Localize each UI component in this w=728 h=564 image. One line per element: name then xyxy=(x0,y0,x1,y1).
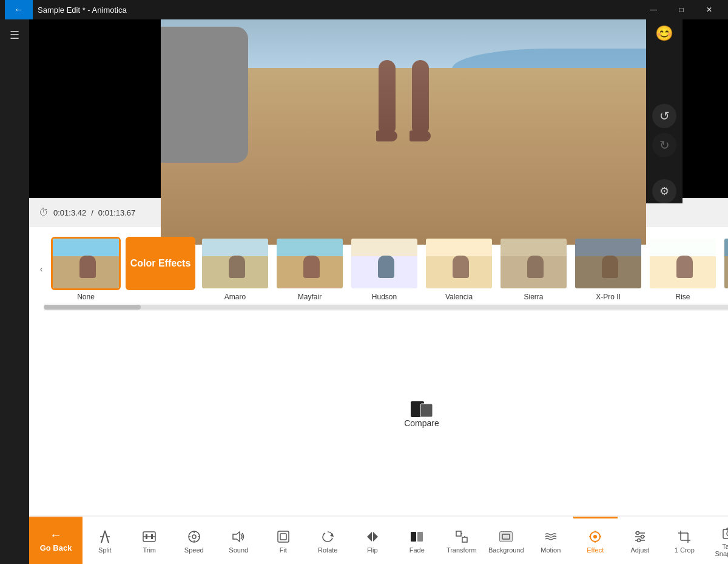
effect-label-hudson: Hudson xyxy=(372,293,397,301)
toolbar-item-snapshot[interactable]: Take Snapshot xyxy=(707,517,728,564)
effect-item-none[interactable]: None xyxy=(51,237,121,301)
effect-item-lofi[interactable]: Lo-Fi xyxy=(723,237,728,301)
beach-thumb-mayfair xyxy=(277,239,343,288)
redo-button[interactable]: ↻ xyxy=(652,133,676,157)
toolbar-item-rotate[interactable]: Rotate xyxy=(306,517,351,564)
beach-thumb-valencia xyxy=(426,239,492,288)
toolbar-item-transform[interactable]: Transform xyxy=(439,517,484,564)
title-bar: ← Sample Edit * - Animotica — □ ✕ xyxy=(0,0,728,19)
clock-icon: ⏱ xyxy=(39,207,49,218)
effect-item-valencia[interactable]: Valencia xyxy=(424,237,494,301)
svg-rect-47 xyxy=(723,529,728,539)
snapshot-icon xyxy=(722,526,728,540)
left-foot xyxy=(376,131,397,141)
rotate-icon xyxy=(320,529,335,544)
toolbar-item-effect[interactable]: Effect xyxy=(573,517,618,564)
svg-rect-8 xyxy=(146,534,147,539)
transform-label: Transform xyxy=(447,546,477,554)
settings-button[interactable]: ⚙ xyxy=(652,179,676,203)
svg-rect-24 xyxy=(456,531,461,536)
toolbar-item-speed[interactable]: Speed xyxy=(172,517,217,564)
toolbar-item-background[interactable]: Background xyxy=(484,517,529,564)
sound-label: Sound xyxy=(229,546,248,554)
emoji-button[interactable]: 😊 xyxy=(652,21,676,46)
effect-item-sierra[interactable]: Sierra xyxy=(499,237,568,301)
transform-icon xyxy=(454,529,469,544)
right-leg xyxy=(412,60,429,133)
menu-button[interactable]: ☰ xyxy=(4,24,25,46)
scrollbar-thumb xyxy=(44,305,141,310)
effect-thumb-lofi xyxy=(723,237,728,290)
maximize-button[interactable]: □ xyxy=(667,0,695,19)
svg-marker-20 xyxy=(367,532,372,542)
beach-thumb-xpro xyxy=(575,239,641,288)
effect-item-hudson[interactable]: Hudson xyxy=(349,237,419,301)
effect-thumb-amaro xyxy=(200,237,270,290)
effect-thumb-valencia xyxy=(424,237,494,290)
cliff-bg xyxy=(161,27,248,163)
toolbar-item-trim[interactable]: Trim xyxy=(127,517,172,564)
speed-icon xyxy=(187,529,201,544)
effect-item-color-effects[interactable]: Color Effects xyxy=(126,237,195,301)
toolbar-item-split[interactable]: Split xyxy=(83,517,127,564)
close-button[interactable]: ✕ xyxy=(695,0,723,19)
legs-visual xyxy=(376,60,431,141)
color-effects-label: Color Effects xyxy=(130,258,191,269)
undo-button[interactable]: ↺ xyxy=(652,104,676,128)
effect-thumb-sierra xyxy=(499,237,568,290)
toolbar-item-fit[interactable]: Fit xyxy=(261,517,306,564)
back-button[interactable]: ← xyxy=(5,0,33,19)
toolbar-item-adjust[interactable]: Adjust xyxy=(618,517,662,564)
toolbar-item-sound[interactable]: Sound xyxy=(217,517,261,564)
total-time: 0:01:13.67 xyxy=(98,208,135,217)
toolbar-item-motion[interactable]: Motion xyxy=(528,517,573,564)
effect-item-rise[interactable]: Rise xyxy=(648,237,718,301)
effect-label-mayfair: Mayfair xyxy=(298,293,322,301)
svg-point-40 xyxy=(636,531,639,534)
split-label: Split xyxy=(98,546,111,554)
motion-icon xyxy=(544,529,558,544)
crop-icon xyxy=(677,529,692,544)
effect-thumb-rise xyxy=(648,237,718,290)
beach-thumb-amaro xyxy=(202,239,268,288)
effects-strip: ‹ None Color Effects xyxy=(29,237,728,301)
toolbar-item-flip[interactable]: Flip xyxy=(350,517,395,564)
toolbar-item-fade[interactable]: Fade xyxy=(395,517,440,564)
speed-label: Speed xyxy=(184,546,204,554)
compare-icon xyxy=(411,400,433,418)
background-icon xyxy=(499,529,513,544)
time-separator: / xyxy=(91,208,93,217)
sound-icon xyxy=(231,529,246,544)
effects-scrollbar[interactable] xyxy=(44,304,728,311)
compare-button[interactable]: Compare xyxy=(404,400,439,428)
effect-item-mayfair[interactable]: Mayfair xyxy=(275,237,345,301)
split-icon xyxy=(98,529,112,544)
effects-prev-button[interactable]: ‹ xyxy=(34,262,49,276)
effect-thumb-mayfair xyxy=(275,237,345,290)
effect-label-amaro: Amaro xyxy=(224,293,246,301)
effect-thumb-hudson xyxy=(349,237,419,290)
flip-icon xyxy=(365,529,380,544)
main-layout: ☰ xyxy=(0,19,728,564)
svg-point-42 xyxy=(637,539,640,542)
bottom-toolbar: ← Go Back Split xyxy=(29,515,728,564)
effects-panel: ‹ None Color Effects xyxy=(29,227,728,313)
fade-icon xyxy=(410,529,424,544)
go-back-arrow: ← xyxy=(50,528,62,542)
adjust-label: Adjust xyxy=(630,546,649,554)
effect-item-xpro[interactable]: X-Pro II xyxy=(573,237,643,301)
right-foot xyxy=(410,131,431,141)
toolbar-item-crop[interactable]: 1 Crop xyxy=(662,517,707,564)
svg-rect-29 xyxy=(500,532,512,542)
fade-label: Fade xyxy=(410,546,425,554)
beach-thumb-none xyxy=(53,239,119,288)
minimize-button[interactable]: — xyxy=(639,0,667,19)
go-back-label: Go Back xyxy=(40,543,72,552)
effect-thumb-color-effects: Color Effects xyxy=(126,237,195,290)
svg-point-11 xyxy=(192,535,196,539)
go-back-button[interactable]: ← Go Back xyxy=(29,517,83,564)
window-title: Sample Edit * - Animotica xyxy=(38,5,639,15)
transport-time: ⏱ 0:01:3.42 / 0:01:13.67 xyxy=(39,207,135,218)
effect-item-amaro[interactable]: Amaro xyxy=(200,237,270,301)
fit-label: Fit xyxy=(280,546,287,554)
